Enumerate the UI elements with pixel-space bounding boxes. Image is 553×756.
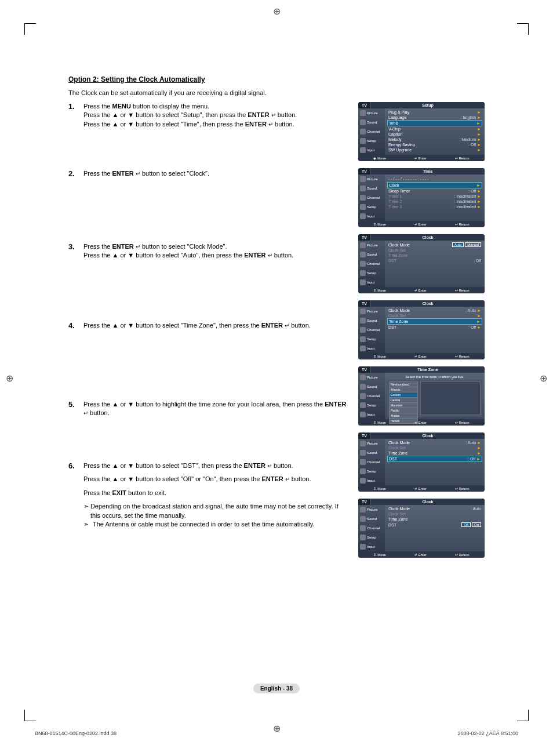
osd-sidebar: PictureSoundChannelSetupInput: [358, 505, 385, 551]
osd-header: TVClock: [358, 300, 485, 307]
osd-footer-return: ↩ Return: [455, 156, 470, 160]
osd-option: Manual: [465, 242, 481, 247]
note-text: The Antenna or cable must be connected i…: [93, 520, 315, 529]
osd-category-icon: [360, 402, 366, 408]
osd-sidebar-item: Input: [358, 146, 385, 155]
section-heading: Option 2: Setting the Clock Automaticall…: [68, 75, 485, 83]
step-number: 2.: [68, 169, 83, 239]
osd-footer: ⇕ Move↵ Enter↩ Return: [358, 485, 485, 492]
step-body: Press the MENU button to display the men…: [83, 102, 348, 166]
arrow-right-icon: ►: [477, 189, 481, 193]
osd-menu-row: V-Chip ►: [387, 126, 482, 132]
osd-sidebar-item: Input: [358, 476, 385, 485]
osd-header: TVClock: [358, 234, 485, 241]
osd-footer-move: ⇕ Move: [373, 486, 385, 490]
osd-category-icon: [360, 327, 366, 333]
osd-footer-enter: ↵ Enter: [414, 156, 427, 160]
osd-footer-return: ↩ Return: [455, 288, 470, 292]
osd-menu-row: Sleep Timer: Off ►: [387, 188, 482, 194]
osd-menu-row: Energy Saving: Off ►: [387, 142, 482, 147]
osd-category-icon: [360, 138, 366, 144]
osd-screenshot: TVClockPictureSoundChannelSetupInputCloc…: [358, 300, 485, 359]
osd-footer-enter: ↵ Enter: [414, 486, 427, 490]
step-number: 5.: [68, 400, 83, 458]
page-number-badge: English - 38: [253, 684, 300, 693]
osd-title: Clock: [370, 300, 485, 307]
osd-sidebar-item: Sound: [358, 448, 385, 457]
enter-icon: ↵: [136, 243, 140, 251]
step-body: Press the ▲ or ▼ button to select "Time …: [83, 321, 348, 397]
osd-source-label: TV: [358, 102, 370, 108]
osd-category-icon: [360, 129, 366, 135]
osd-sidebar-item: Channel: [358, 325, 385, 335]
osd-category-icon: [360, 119, 366, 125]
osd-sidebar: PictureSoundChannelSetupInput: [358, 307, 385, 353]
arrow-right-icon: ►: [477, 451, 481, 455]
osd-sidebar: PictureSoundChannelSetupInput: [358, 373, 385, 419]
step-number: 3.: [68, 242, 83, 318]
osd-sidebar: PictureSoundChannelSetupInput: [358, 108, 385, 155]
osd-screenshot: TVClockPictureSoundChannelSetupInputCloc…: [358, 499, 485, 558]
osd-menu-row: DST: Off: [387, 258, 482, 263]
arrow-right-icon: ►: [477, 308, 481, 312]
osd-footer-return: ↩ Return: [455, 486, 470, 490]
osd-category-icon: [360, 242, 366, 248]
osd-category-icon: [360, 110, 366, 116]
osd-category-icon: [360, 176, 366, 182]
osd-sidebar-item: Picture: [358, 373, 385, 382]
osd-menu-row: Clock Set ►: [387, 313, 482, 318]
osd-sidebar-item: Input: [358, 542, 385, 551]
osd-footer-return: ↩ Return: [455, 420, 470, 424]
arrow-right-icon: ►: [477, 132, 481, 136]
arrow-right-icon: ►: [477, 115, 481, 119]
step-body: Press the ENTER ↵ button to select "Cloc…: [83, 242, 348, 318]
step-number: 6.: [68, 461, 83, 529]
step-body: Press the ENTER ↵ button to select "Cloc…: [83, 169, 348, 239]
osd-footer-return: ↩ Return: [455, 553, 470, 557]
arrow-right-icon: ►: [477, 205, 481, 209]
tz-list: NewfoundlandAtlanticEasternCentralMounta…: [389, 381, 418, 415]
page-content: Option 2: Setting the Clock Automaticall…: [68, 75, 485, 698]
osd-sidebar: PictureSoundChannelSetupInput: [358, 175, 385, 221]
osd-category-icon: [360, 336, 366, 342]
crop-corner: [24, 23, 36, 35]
tz-map: [420, 381, 481, 415]
enter-icon: ↵: [285, 322, 289, 330]
osd-title: Setup: [370, 102, 485, 108]
osd-header: TVSetup: [358, 102, 485, 108]
osd-footer-return: ↩ Return: [455, 222, 470, 226]
osd-option: Auto: [452, 242, 464, 247]
osd-screenshot: TVSetupPictureSoundChannelSetupInputPlug…: [358, 102, 485, 161]
osd-menu-row: Time Zone ►: [387, 450, 482, 456]
osd-menu-row: Clock Set: [387, 248, 482, 253]
osd-menu-row: Clock Set: [387, 511, 482, 517]
osd-sidebar-item: Setup: [358, 533, 385, 542]
osd-sidebar-item: Picture: [358, 307, 385, 316]
arrow-right-icon: ►: [477, 325, 481, 329]
osd-screenshots-column: TVSetupPictureSoundChannelSetupInputPlug…: [358, 102, 485, 558]
osd-sidebar-item: Setup: [358, 136, 385, 146]
osd-title: Clock: [370, 234, 485, 241]
osd-menu-row: Time ►: [387, 120, 482, 126]
osd-sidebar-item: Channel: [358, 457, 385, 467]
osd-sidebar-item: Sound: [358, 118, 385, 127]
osd-source-label: TV: [358, 234, 370, 241]
osd-category-icon: [360, 384, 366, 390]
osd-header: TVClock: [358, 432, 485, 439]
osd-sidebar-item: Picture: [358, 241, 385, 250]
enter-icon: ↵: [285, 475, 290, 484]
print-date: 2008-02-02 ¿ÀÈÄ 8:51:00: [457, 730, 518, 736]
arrow-right-icon: ►: [477, 110, 481, 114]
osd-category-icon: [360, 375, 366, 380]
osd-source-label: TV: [358, 168, 370, 175]
osd-footer: ⇕ Move↵ Enter↩ Return: [358, 353, 485, 359]
arrow-right-icon: ►: [477, 127, 481, 131]
osd-category-icon: [360, 279, 366, 285]
osd-menu-row: Clock ►: [387, 182, 482, 188]
osd-sidebar-item: Picture: [358, 505, 385, 514]
enter-icon: ↵: [268, 252, 272, 260]
osd-menu-row: Timer 2: Inactivated ►: [387, 199, 482, 204]
osd-clock-display: - - / - - / - - - - - - : - - - -: [387, 176, 482, 182]
arrow-right-icon: ►: [477, 143, 481, 147]
osd-category-icon: [360, 478, 366, 484]
